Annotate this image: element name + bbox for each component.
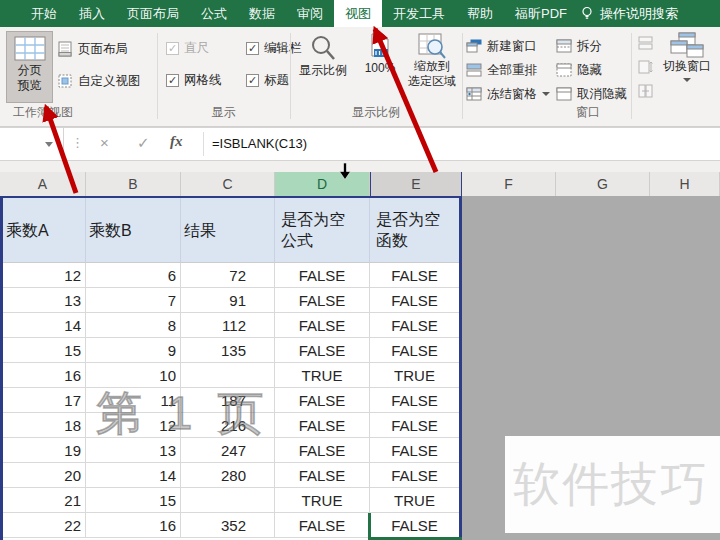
cell[interactable]: 7: [86, 288, 181, 313]
cell[interactable]: 18: [3, 413, 86, 438]
column-header-D[interactable]: D: [275, 172, 370, 196]
tab-item[interactable]: 插入: [68, 0, 116, 27]
column-header-B[interactable]: B: [86, 172, 181, 196]
hide-button[interactable]: 隐藏: [556, 61, 602, 79]
cell[interactable]: FALSE: [275, 463, 370, 488]
page-layout-button[interactable]: 页面布局: [57, 40, 128, 58]
cell[interactable]: 187: [181, 388, 275, 413]
cell[interactable]: 14: [86, 463, 181, 488]
cell[interactable]: 10: [86, 363, 181, 388]
cell[interactable]: FALSE: [275, 413, 370, 438]
cell[interactable]: FALSE: [370, 513, 459, 538]
tab-item[interactable]: 开发工具: [382, 0, 456, 27]
cell[interactable]: 8: [86, 313, 181, 338]
table-header-cell[interactable]: 是否为空公式: [275, 198, 370, 263]
cell[interactable]: 91: [181, 288, 275, 313]
cell[interactable]: 216: [181, 413, 275, 438]
reset-window-position-icon[interactable]: [638, 84, 653, 98]
cell[interactable]: FALSE: [275, 513, 370, 538]
cell[interactable]: FALSE: [370, 463, 459, 488]
cell[interactable]: FALSE: [275, 388, 370, 413]
checkbox-box[interactable]: ✓: [246, 74, 259, 87]
split-button[interactable]: 拆分: [556, 37, 602, 55]
freeze-panes-button[interactable]: 冻结窗格: [466, 85, 550, 103]
cell[interactable]: [181, 488, 275, 513]
formula-bar-grip[interactable]: ⋮: [71, 135, 84, 150]
tab-item[interactable]: 福昕PDF: [504, 0, 578, 27]
cell[interactable]: 352: [181, 513, 275, 538]
column-header-C[interactable]: C: [181, 172, 275, 196]
cell[interactable]: 280: [181, 463, 275, 488]
cell[interactable]: 12: [3, 263, 86, 288]
cancel-icon[interactable]: ×: [100, 134, 109, 151]
checkbox-box[interactable]: ✓: [246, 42, 259, 55]
table-header-cell[interactable]: 乘数A: [3, 198, 86, 263]
cell[interactable]: 17: [3, 388, 86, 413]
tab-item[interactable]: 帮助: [456, 0, 504, 27]
zoom-button[interactable]: 显示比例: [294, 33, 352, 78]
checkbox-2[interactable]: ✓网格线: [166, 72, 222, 89]
cell[interactable]: TRUE: [275, 488, 370, 513]
cell[interactable]: 13: [3, 288, 86, 313]
cell[interactable]: FALSE: [275, 263, 370, 288]
cell[interactable]: FALSE: [370, 413, 459, 438]
zoom-100-button[interactable]: 100%: [356, 33, 404, 76]
zoom-to-selection-button[interactable]: 缩放到 选定区域: [402, 33, 462, 89]
cell[interactable]: TRUE: [370, 488, 459, 513]
cell[interactable]: 72: [181, 263, 275, 288]
tell-me-search[interactable]: 操作说明搜索: [580, 0, 678, 27]
table-header-cell[interactable]: 结果: [181, 198, 275, 263]
column-header-F[interactable]: F: [462, 172, 556, 196]
cell[interactable]: TRUE: [370, 363, 459, 388]
cell[interactable]: 16: [3, 363, 86, 388]
cell[interactable]: 13: [86, 438, 181, 463]
name-box[interactable]: [0, 128, 64, 160]
tab-item[interactable]: 开始: [20, 0, 68, 27]
synchronous-scrolling-icon[interactable]: [638, 60, 653, 74]
tab-active[interactable]: 视图: [334, 0, 382, 27]
column-header-A[interactable]: A: [0, 172, 86, 196]
unhide-button[interactable]: 取消隐藏: [556, 85, 627, 103]
formula-input[interactable]: =ISBLANK(C13): [212, 136, 307, 151]
cell[interactable]: FALSE: [370, 338, 459, 363]
tab-item[interactable]: 审阅: [286, 0, 334, 27]
tab-item[interactable]: 数据: [238, 0, 286, 27]
checkbox-box[interactable]: ✓: [166, 42, 179, 55]
page-break-preview-button[interactable]: 分页 预览: [6, 31, 53, 103]
name-box-dropdown-icon[interactable]: [45, 142, 53, 147]
column-header-G[interactable]: G: [556, 172, 650, 196]
cell[interactable]: 21: [3, 488, 86, 513]
cell[interactable]: 135: [181, 338, 275, 363]
enter-icon[interactable]: ✓: [137, 134, 150, 152]
cell[interactable]: FALSE: [370, 388, 459, 413]
table-header-cell[interactable]: 是否为空函数: [370, 198, 459, 263]
new-window-button[interactable]: 新建窗口: [466, 37, 537, 55]
table-header-cell[interactable]: 乘数B: [86, 198, 181, 263]
cell[interactable]: FALSE: [370, 438, 459, 463]
cell[interactable]: [181, 363, 275, 388]
cell[interactable]: FALSE: [275, 313, 370, 338]
cell[interactable]: FALSE: [275, 338, 370, 363]
checkbox-box[interactable]: ✓: [166, 74, 179, 87]
cell[interactable]: 16: [86, 513, 181, 538]
cell[interactable]: 247: [181, 438, 275, 463]
arrange-all-button[interactable]: 全部重排: [466, 61, 537, 79]
column-header-E[interactable]: E: [370, 172, 462, 196]
cell[interactable]: 22: [3, 513, 86, 538]
cell[interactable]: FALSE: [370, 288, 459, 313]
cell[interactable]: FALSE: [275, 438, 370, 463]
cell[interactable]: 20: [3, 463, 86, 488]
cell[interactable]: 14: [3, 313, 86, 338]
cell[interactable]: 15: [86, 488, 181, 513]
cell[interactable]: 11: [86, 388, 181, 413]
tab-item[interactable]: 页面布局: [116, 0, 190, 27]
column-header-H[interactable]: H: [650, 172, 720, 196]
cell[interactable]: 112: [181, 313, 275, 338]
cell[interactable]: 15: [3, 338, 86, 363]
cell[interactable]: FALSE: [370, 263, 459, 288]
checkbox-3[interactable]: ✓标题: [246, 72, 289, 89]
insert-function-icon[interactable]: fx: [170, 133, 183, 150]
cell[interactable]: FALSE: [370, 313, 459, 338]
cell[interactable]: 19: [3, 438, 86, 463]
cell[interactable]: 12: [86, 413, 181, 438]
